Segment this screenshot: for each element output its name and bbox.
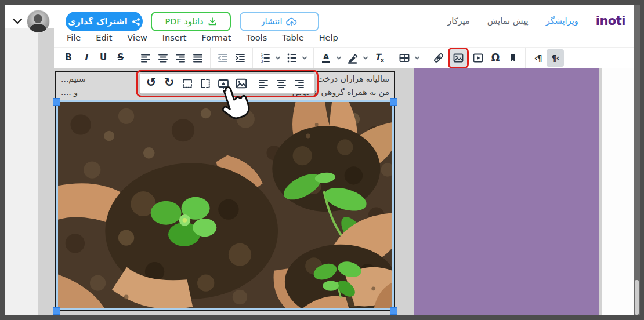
image-align-right-button[interactable] [290,75,308,92]
font-color-button[interactable]: A [317,49,335,67]
insert-media-button[interactable] [469,49,487,67]
menu-help[interactable]: Help [314,31,343,44]
numbered-list-dropdown[interactable] [274,49,283,67]
image-icon [453,52,464,64]
align-left-icon [140,52,151,64]
anchor-icon: Ω [491,53,500,63]
scrollbar-thumb[interactable] [635,280,639,315]
flip-vertical-icon [181,77,194,90]
menu-tools[interactable]: Tools [241,31,272,44]
bookmark-icon [507,52,519,64]
menu-edit[interactable]: Edit [91,31,117,44]
download-pdf-button[interactable]: دانلود PDF [151,12,231,31]
svg-text:3: 3 [261,59,263,63]
image-toolbar-separator [252,75,252,92]
left-gutter [38,28,54,315]
resize-handle-bottom-left[interactable] [53,307,60,315]
resize-handle-top-left[interactable] [53,98,60,106]
cloud-upload-icon [286,17,298,26]
numbered-list-button[interactable]: 123 [256,49,274,67]
bold-button[interactable]: B [60,49,77,67]
nav-editor[interactable]: ویرایشگر [546,16,578,26]
strikethrough-icon: S [118,53,124,62]
table-dropdown[interactable] [413,49,422,67]
image-button-highlight [448,48,469,68]
caption-line2-left: و .... [61,88,78,97]
toolbar-separator [210,48,211,68]
share-button[interactable]: اشتراک گذاری [66,12,143,31]
highlight-color-dropdown[interactable] [361,49,371,67]
align-left-icon [258,78,269,89]
publish-label: انتشار [261,17,283,26]
inoti-logo[interactable]: inoti [596,14,625,28]
resize-handle-bottom-right[interactable] [390,307,397,315]
menu-table[interactable]: Table [277,31,309,44]
header-nav: میزکار پیش نمایش ویرایشگر inoti [411,9,635,32]
bullet-list-icon [286,52,298,64]
outdent-icon [217,52,229,64]
avatar[interactable] [27,10,50,33]
font-color-dropdown[interactable] [335,49,344,67]
rtl-button[interactable]: ¶‹ [547,49,564,67]
menu-insert[interactable]: Insert [158,31,191,44]
flip-horizontal-icon [199,77,212,90]
table-button[interactable] [396,49,413,67]
indent-icon [234,52,246,64]
download-pdf-label: دانلود PDF [165,17,203,26]
chevron-down-icon [414,55,420,61]
header-bar: اشتراک گذاری دانلود PDF انتشار میزکار پی… [5,5,635,28]
align-right-button[interactable] [172,49,189,67]
rtl-icon: ¶‹ [552,53,559,63]
chevron-down-icon [336,55,342,61]
align-center-button[interactable] [154,49,172,67]
seedlings-photo [58,102,392,308]
media-icon [472,52,484,64]
frame-right [640,0,644,320]
frame-left [0,0,5,320]
nav-workspace[interactable]: میزکار [447,16,469,26]
content-image[interactable] [56,100,394,310]
nav-preview[interactable]: پیش نمایش [487,16,529,26]
bullet-list-button[interactable] [283,49,301,67]
anchor-button[interactable]: Ω [487,49,504,67]
editor-toolbar: B I U S 123 A Tx Ω ‹¶ [54,48,635,68]
indent-button[interactable] [231,49,249,67]
rotate-ccw-button[interactable]: ↺ [142,75,160,92]
align-center-icon [157,52,169,64]
clear-formatting-icon: Tx [375,52,383,63]
toolbar-separator [426,48,426,68]
menu-file[interactable]: File [62,31,85,44]
caption-line1-left: ستیم... [61,74,86,83]
bold-icon: B [65,53,71,62]
italic-button[interactable]: I [77,49,95,67]
image-align-center-button[interactable] [272,75,290,92]
highlight-color-button[interactable] [344,49,361,67]
flip-horizontal-button[interactable] [196,75,214,92]
bookmark-button[interactable] [504,49,522,67]
link-button[interactable] [430,49,447,67]
menu-format[interactable]: Format [197,31,236,44]
insert-image-button[interactable] [450,49,467,67]
align-left-button[interactable] [137,49,154,67]
resize-handle-top-right[interactable] [390,98,397,106]
menu-view[interactable]: View [122,31,151,44]
image-align-left-button[interactable] [254,75,272,92]
underline-button[interactable]: U [95,49,112,67]
publish-button[interactable]: انتشار [240,12,319,31]
avatar-head [34,14,42,23]
scrollbar-track[interactable] [634,5,640,315]
link-icon [433,52,444,64]
strikethrough-button[interactable]: S [112,49,129,67]
ltr-button[interactable]: ‹¶ [529,49,547,67]
flip-vertical-button[interactable] [178,75,196,92]
clear-formatting-button[interactable]: Tx [371,49,388,67]
justify-button[interactable] [189,49,207,67]
chevron-down-icon[interactable] [12,17,23,26]
outdent-button[interactable] [214,49,231,67]
bullet-list-dropdown[interactable] [301,49,310,67]
rotate-cw-button[interactable]: ↻ [160,75,178,92]
highlighter-icon [347,52,359,64]
toolbar-separator [525,48,526,68]
chevron-down-icon [302,55,307,61]
toolbar-separator [252,48,253,68]
